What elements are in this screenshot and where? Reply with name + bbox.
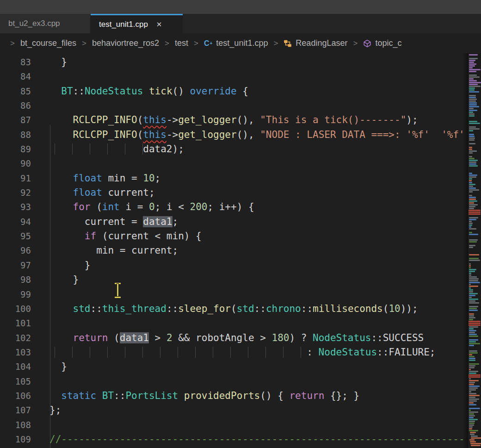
line-number[interactable]: 91 xyxy=(0,171,31,186)
code-line-88[interactable]: 88 RCLCPP_INFO(this->get_logger(), "NODE… xyxy=(0,128,463,142)
line-number[interactable]: 100 xyxy=(0,302,31,316)
code-line-85[interactable]: 85 BT::NodeStatus tick() override { xyxy=(0,84,463,99)
line-number[interactable]: 85 xyxy=(0,84,31,99)
minimap-line xyxy=(470,432,476,433)
minimap-line xyxy=(469,274,471,276)
line-number[interactable]: 108 xyxy=(0,418,31,432)
code-line-90[interactable]: 90 xyxy=(0,156,463,171)
minimap-line xyxy=(469,197,476,198)
minimap-line xyxy=(469,282,480,283)
code-line-89[interactable]: 89 data2); xyxy=(0,142,463,156)
breadcrumb-item-test-unit1-cpp[interactable]: test_unit1.cpp xyxy=(216,38,268,48)
minimap-line xyxy=(469,297,472,298)
minimap-line xyxy=(469,137,475,139)
line-number[interactable]: 95 xyxy=(0,229,31,243)
chevron-right-icon: > xyxy=(273,39,278,48)
line-number[interactable]: 99 xyxy=(0,287,31,302)
line-number[interactable]: 96 xyxy=(0,243,31,258)
line-number[interactable]: 98 xyxy=(0,273,31,287)
line-number[interactable]: 93 xyxy=(0,200,31,214)
line-number[interactable]: 107 xyxy=(0,403,31,417)
line-number[interactable]: 102 xyxy=(0,331,31,345)
minimap-line xyxy=(469,62,474,63)
minimap-line xyxy=(469,113,475,115)
code-line-101[interactable]: 101 xyxy=(0,316,463,330)
code-line-94[interactable]: 94 current = data1; xyxy=(0,215,463,229)
line-number[interactable]: 97 xyxy=(0,258,31,273)
line-number[interactable]: 103 xyxy=(0,345,31,360)
minimap-line xyxy=(469,289,473,291)
code-line-98[interactable]: 98 } xyxy=(0,273,463,287)
minimap-line xyxy=(471,445,481,446)
code-line-91[interactable]: 91 float min = 10; xyxy=(0,171,463,186)
line-number[interactable]: 109 xyxy=(0,432,31,447)
minimap-line xyxy=(469,206,475,207)
code-line-86[interactable]: 86 xyxy=(0,99,463,113)
tab-bt_u2_ex3[interactable]: bt_u2_ex3.cpp xyxy=(0,14,91,33)
close-icon[interactable]: ✕ xyxy=(156,21,162,28)
breadcrumb-item-bt-course-files[interactable]: bt_course_files xyxy=(20,38,76,48)
code-line-93[interactable]: 93 for (int i = 0; i < 200; i++) { xyxy=(0,200,463,214)
code-line-97[interactable]: 97 } xyxy=(0,258,463,273)
line-number[interactable]: 88 xyxy=(0,128,31,142)
minimap-line xyxy=(469,326,478,328)
line-number[interactable]: 83 xyxy=(0,55,31,69)
line-number[interactable]: 104 xyxy=(0,360,31,374)
breadcrumb-item-test[interactable]: test xyxy=(175,38,188,48)
line-number[interactable]: 101 xyxy=(0,316,31,330)
code-line-103[interactable]: 103 : NodeStatus::FAILURE; xyxy=(0,345,463,360)
line-number[interactable]: 84 xyxy=(0,69,31,84)
code-line-109[interactable]: 109//-----------------------------------… xyxy=(0,432,463,447)
code-line-107[interactable]: 107}; xyxy=(0,403,463,417)
minimap-line xyxy=(469,76,480,78)
minimap-line xyxy=(469,60,475,61)
code-line-108[interactable]: 108 xyxy=(0,418,463,432)
line-number[interactable]: 94 xyxy=(0,215,31,229)
cpp-file-icon: C+ xyxy=(204,39,212,48)
code-line-99[interactable]: 99 xyxy=(0,287,463,302)
minimap-line xyxy=(469,128,480,130)
code-line-95[interactable]: 95 if (current < min) { xyxy=(0,229,463,243)
minimap-line xyxy=(469,221,472,222)
minimap-line xyxy=(469,91,479,93)
code-line-100[interactable]: 100 std::this_thread::sleep_for(std::chr… xyxy=(0,302,463,316)
line-number[interactable]: 92 xyxy=(0,186,31,200)
minimap-line xyxy=(470,441,476,442)
minimap-line xyxy=(469,265,471,267)
minimap[interactable] xyxy=(468,53,481,448)
line-number[interactable]: 89 xyxy=(0,142,31,156)
code-line-102[interactable]: 102 return (data1 > 2 && robotAngle > 18… xyxy=(0,331,463,345)
code-line-105[interactable]: 105 xyxy=(0,374,463,389)
minimap-shadow xyxy=(462,53,468,448)
tab-test_unit1[interactable]: test_unit1.cpp ✕ xyxy=(91,14,183,33)
code-line-96[interactable]: 96 min = current; xyxy=(0,243,463,258)
code-line-87[interactable]: 87 RCLCPP_INFO(this->get_logger(), "This… xyxy=(0,113,463,127)
minimap-line xyxy=(469,439,475,441)
minimap-line xyxy=(469,182,472,183)
breadcrumb-item-behaviortree-ros2[interactable]: behaviortree_ros2 xyxy=(92,38,159,48)
minimap-line xyxy=(469,286,478,287)
minimap-line xyxy=(469,421,475,422)
line-number[interactable]: 86 xyxy=(0,99,31,113)
minimap-line xyxy=(469,306,478,307)
code-text: data2); xyxy=(49,142,184,156)
code-text: } xyxy=(49,360,67,374)
code-line-84[interactable]: 84 xyxy=(0,69,463,84)
minimap-line xyxy=(469,363,479,365)
code-editor[interactable]: 83 }8485 BT::NodeStatus tick() override … xyxy=(0,53,481,448)
minimap-line xyxy=(469,87,475,89)
line-number[interactable]: 90 xyxy=(0,156,31,171)
minimap-line xyxy=(469,376,481,378)
code-area[interactable]: 83 }8485 BT::NodeStatus tick() override … xyxy=(0,53,463,448)
minimap-line xyxy=(469,369,471,370)
breadcrumb-item-topic[interactable]: topic_c xyxy=(375,38,401,48)
breadcrumb-item-readinglaser[interactable]: ReadingLaser xyxy=(296,38,347,48)
code-line-83[interactable]: 83 } xyxy=(0,55,463,69)
line-number[interactable]: 87 xyxy=(0,113,31,127)
code-line-106[interactable]: 106 static BT::PortsList providedPorts()… xyxy=(0,389,463,403)
line-number[interactable]: 105 xyxy=(0,374,31,389)
code-line-104[interactable]: 104 } xyxy=(0,360,463,374)
code-line-92[interactable]: 92 float current; xyxy=(0,186,463,200)
line-number[interactable]: 106 xyxy=(0,389,31,403)
minimap-line xyxy=(469,360,475,361)
